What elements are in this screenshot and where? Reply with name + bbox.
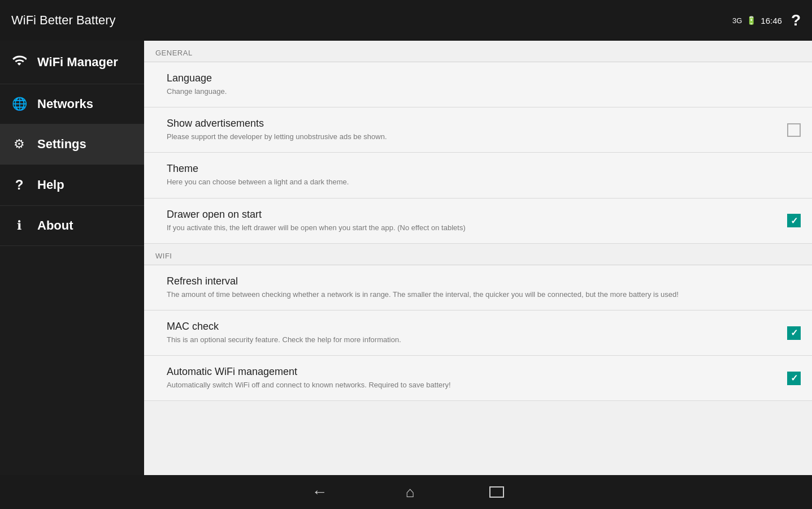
sidebar-item-help[interactable]: ? Help (0, 165, 144, 206)
question-icon: ? (11, 177, 27, 193)
setting-title-refresh-interval: Refresh interval (167, 275, 801, 287)
checkbox-show-advertisements-box[interactable] (787, 123, 801, 137)
checkbox-show-advertisements[interactable] (787, 123, 801, 137)
sidebar-item-wifi-manager-label: WiFi Manager (37, 55, 118, 70)
setting-text-mac-check: MAC check This is an optional security f… (155, 321, 776, 345)
home-button[interactable]: ⌂ (399, 481, 422, 503)
setting-desc-mac-check: This is an optional security feature. Ch… (167, 335, 776, 345)
setting-row-show-advertisements[interactable]: Show advertisements Please support the d… (144, 107, 812, 153)
sidebar-item-networks[interactable]: 🌐 Networks (0, 84, 144, 124)
sidebar-item-help-label: Help (37, 178, 64, 192)
setting-row-drawer-open[interactable]: Drawer open on start If you activate thi… (144, 199, 812, 244)
content-area: GENERAL Language Change language. Show a… (144, 41, 812, 475)
topbar-right: 3G 🔋 16:46 ? (732, 11, 801, 29)
checkbox-auto-wifi-box[interactable] (787, 372, 801, 385)
help-button[interactable]: ? (791, 11, 801, 29)
back-button[interactable]: ← (309, 481, 331, 503)
globe-icon: 🌐 (11, 97, 27, 111)
setting-text-language: Language Change language. (155, 72, 801, 97)
bottom-nav: ← ⌂ (0, 475, 812, 509)
setting-text-drawer-open: Drawer open on start If you activate thi… (155, 209, 776, 233)
sidebar-item-settings-label: Settings (37, 137, 86, 152)
setting-title-theme: Theme (167, 163, 801, 175)
sidebar-item-about[interactable]: ℹ About (0, 206, 144, 246)
setting-title-show-advertisements: Show advertisements (167, 118, 776, 130)
setting-desc-refresh-interval: The amount of time between checking whet… (167, 290, 801, 300)
setting-desc-language: Change language. (167, 87, 801, 97)
gear-icon: ⚙ (11, 137, 27, 152)
setting-title-auto-wifi: Automatic WiFi management (167, 366, 776, 378)
sidebar-item-networks-label: Networks (37, 97, 93, 111)
setting-row-auto-wifi[interactable]: Automatic WiFi management Automatically … (144, 356, 812, 401)
sidebar: WiFi Manager 🌐 Networks ⚙ Settings ? Hel… (0, 41, 144, 475)
section-header-general: GENERAL (144, 41, 812, 62)
recents-button[interactable] (489, 486, 504, 498)
checkbox-mac-check-box[interactable] (787, 326, 801, 340)
setting-row-refresh-interval[interactable]: Refresh interval The amount of time betw… (144, 265, 812, 310)
setting-text-theme: Theme Here you can choose between a ligh… (155, 163, 801, 187)
setting-desc-auto-wifi: Automatically switch WiFi off and connec… (167, 380, 776, 390)
checkbox-auto-wifi[interactable] (787, 372, 801, 385)
info-icon: ℹ (11, 218, 27, 233)
section-header-wifi: WIFI (144, 244, 812, 265)
sidebar-item-about-label: About (37, 218, 73, 233)
setting-text-show-advertisements: Show advertisements Please support the d… (155, 118, 776, 142)
checkbox-mac-check[interactable] (787, 326, 801, 340)
setting-text-refresh-interval: Refresh interval The amount of time betw… (155, 275, 801, 300)
wifi-icon (11, 53, 27, 71)
topbar: WiFi Better Battery 3G 🔋 16:46 ? (0, 0, 812, 41)
setting-desc-theme: Here you can choose between a light and … (167, 177, 801, 187)
sidebar-item-settings[interactable]: ⚙ Settings (0, 124, 144, 165)
setting-title-drawer-open: Drawer open on start (167, 209, 776, 221)
setting-title-mac-check: MAC check (167, 321, 776, 333)
setting-desc-drawer-open: If you activate this, the left drawer wi… (167, 223, 776, 233)
sidebar-item-wifi-manager[interactable]: WiFi Manager (0, 41, 144, 84)
battery-icon: 🔋 (746, 16, 756, 25)
time-label: 16:46 (761, 16, 782, 25)
signal-label: 3G (732, 16, 742, 25)
status-bar: 3G 🔋 16:46 (732, 16, 782, 25)
setting-desc-show-advertisements: Please support the developer by letting … (167, 132, 776, 142)
setting-row-theme[interactable]: Theme Here you can choose between a ligh… (144, 153, 812, 198)
checkbox-drawer-open[interactable] (787, 214, 801, 227)
setting-title-language: Language (167, 72, 801, 84)
app-title: WiFi Better Battery (11, 13, 116, 28)
setting-row-mac-check[interactable]: MAC check This is an optional security f… (144, 310, 812, 356)
checkbox-drawer-open-box[interactable] (787, 214, 801, 227)
setting-text-auto-wifi: Automatic WiFi management Automatically … (155, 366, 776, 390)
setting-row-language[interactable]: Language Change language. (144, 62, 812, 107)
main-layout: WiFi Manager 🌐 Networks ⚙ Settings ? Hel… (0, 41, 812, 475)
